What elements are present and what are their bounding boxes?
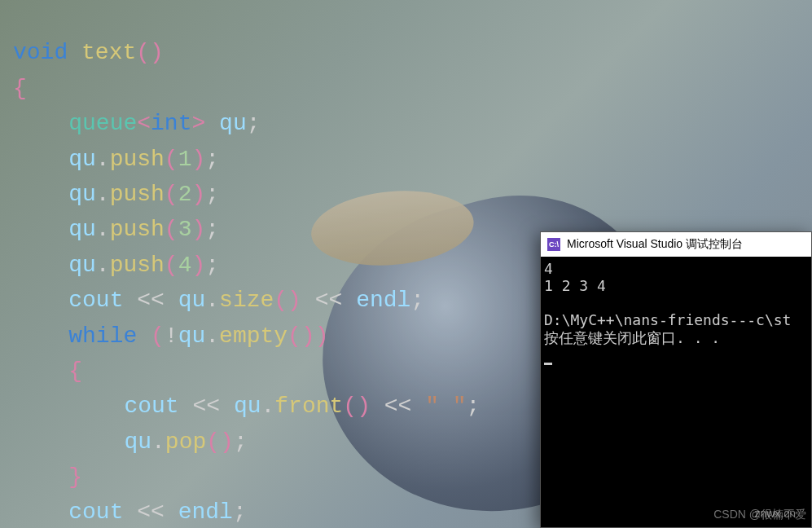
paren-close: )	[287, 288, 301, 313]
debug-console-window[interactable]: C:\ Microsoft Visual Studio 调试控制台 4 1 2 …	[540, 231, 812, 528]
watermark-znwx: znwx.cn	[754, 507, 796, 520]
angle-close: >	[191, 111, 205, 136]
console-line: 按任意键关闭此窗口. . .	[544, 329, 720, 346]
paren-open: (	[165, 217, 178, 242]
identifier-cout: cout	[68, 288, 123, 313]
identifier-qu: qu	[68, 147, 96, 172]
paren-close: )	[220, 429, 234, 455]
stream-op: <<	[371, 394, 425, 419]
identifier-qu: qu	[124, 429, 151, 455]
paren-close: )	[357, 394, 371, 419]
number-literal: 4	[178, 253, 192, 278]
type-queue: queue	[68, 111, 137, 136]
identifier-qu: qu	[68, 253, 96, 278]
console-cursor	[544, 363, 552, 365]
console-line: D:\MyC++\nans-friends---c\st	[544, 311, 791, 328]
paren-close: )	[191, 147, 205, 172]
semicolon: ;	[247, 111, 261, 136]
paren-close: )	[191, 217, 205, 242]
paren-open: (	[165, 147, 178, 172]
paren-close: )	[191, 182, 205, 207]
brace-open: {	[68, 359, 82, 384]
console-app-icon: C:\	[547, 238, 560, 251]
identifier-qu: qu	[178, 288, 206, 313]
semicolon: ;	[205, 182, 219, 207]
function-name: text	[81, 40, 136, 65]
brace-close: }	[68, 464, 82, 490]
number-literal: 3	[178, 217, 192, 242]
method-empty: empty	[219, 323, 287, 349]
paren-open: (	[274, 288, 287, 313]
console-line: 4	[544, 260, 553, 277]
identifier-qu: qu	[68, 182, 96, 207]
dot: .	[96, 253, 110, 278]
paren-open: (	[343, 394, 357, 419]
paren-close: )	[315, 323, 329, 349]
identifier-qu: qu	[234, 394, 261, 419]
number-literal: 2	[178, 182, 192, 207]
semicolon: ;	[234, 429, 248, 455]
paren-open: (	[287, 323, 301, 349]
method-push: push	[110, 217, 165, 242]
keyword-void: void	[13, 40, 68, 65]
console-titlebar[interactable]: C:\ Microsoft Visual Studio 调试控制台	[541, 232, 811, 257]
semicolon: ;	[467, 394, 481, 419]
stream-op: <<	[123, 499, 178, 525]
keyword-while: while	[68, 323, 137, 349]
dot: .	[96, 182, 110, 207]
angle-open: <	[137, 111, 151, 136]
dot: .	[96, 147, 110, 172]
identifier-qu: qu	[68, 217, 96, 242]
not-op: !	[165, 323, 178, 349]
dot: .	[261, 394, 274, 419]
paren-close: )	[150, 40, 164, 65]
method-front: front	[274, 394, 343, 419]
method-pop: pop	[165, 429, 206, 455]
identifier-endl: endl	[178, 499, 233, 525]
console-line: 1 2 3 4	[544, 277, 606, 294]
dot: .	[205, 323, 219, 349]
console-title: Microsoft Visual Studio 调试控制台	[567, 237, 743, 252]
stream-op: <<	[301, 288, 356, 313]
dot: .	[151, 429, 165, 455]
semicolon: ;	[205, 253, 219, 278]
dot: .	[205, 288, 219, 313]
console-output[interactable]: 4 1 2 3 4 D:\MyC++\nans-friends---c\st 按…	[541, 257, 811, 527]
paren-open: (	[136, 40, 150, 65]
paren-close: )	[301, 323, 315, 349]
paren-open: (	[151, 323, 165, 349]
paren-open: (	[165, 182, 178, 207]
identifier-qu: qu	[219, 111, 247, 136]
identifier-cout: cout	[68, 499, 123, 525]
paren-open: (	[165, 253, 178, 278]
stream-op: <<	[179, 394, 234, 419]
brace-open: {	[13, 76, 27, 101]
method-size: size	[219, 288, 274, 313]
stream-op: <<	[123, 288, 178, 313]
keyword-int: int	[151, 111, 191, 136]
semicolon: ;	[410, 288, 424, 313]
identifier-qu: qu	[178, 323, 206, 349]
identifier-endl: endl	[356, 288, 410, 313]
semicolon: ;	[205, 147, 219, 172]
identifier-cout: cout	[124, 394, 178, 419]
paren-close: )	[191, 253, 205, 278]
dot: .	[96, 217, 110, 242]
paren-open: (	[206, 429, 220, 455]
number-literal: 1	[178, 147, 192, 172]
semicolon: ;	[205, 217, 219, 242]
method-push: push	[110, 147, 165, 172]
method-push: push	[110, 253, 165, 278]
semicolon: ;	[233, 499, 247, 525]
string-literal: " "	[425, 394, 466, 419]
method-push: push	[110, 182, 165, 207]
